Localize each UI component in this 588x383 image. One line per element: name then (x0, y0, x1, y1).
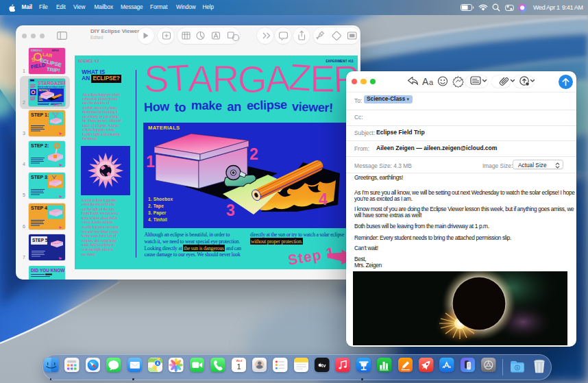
svg-text:STEP 3:: STEP 3: (31, 175, 49, 180)
svg-text:MATERIALS: MATERIALS (39, 89, 50, 92)
svg-text:STARGAZER: STARGAZER (38, 81, 65, 86)
svg-text:STEP 1:: STEP 1: (31, 112, 49, 117)
svg-text:2: 2 (249, 145, 258, 163)
svg-text:3: 3 (226, 201, 235, 219)
svg-text:Wed: Wed (236, 358, 242, 362)
svg-text:STEP 2:: STEP 2: (31, 143, 49, 148)
svg-text:EXP #11: EXP #11 (52, 49, 60, 52)
svg-text:tv: tv (321, 363, 326, 368)
svg-text:STEP 4:: STEP 4: (31, 206, 49, 210)
svg-text:A: A (422, 76, 429, 87)
svg-text:STEP 5:: STEP 5: (32, 238, 49, 243)
svg-text:1: 1 (146, 153, 155, 171)
svg-text:SCIENCE 4.2: SCIENCE 4.2 (31, 49, 42, 52)
svg-text:a: a (429, 78, 434, 86)
svg-text:1: 1 (236, 362, 241, 371)
svg-text:DID YOU KNOW: DID YOU KNOW (31, 268, 65, 273)
svg-text:4: 4 (319, 190, 328, 208)
svg-text:How to make an eclipse viewer!: How to make an eclipse viewer! (38, 86, 64, 88)
svg-text:Step 1: Step 1 (53, 102, 63, 106)
